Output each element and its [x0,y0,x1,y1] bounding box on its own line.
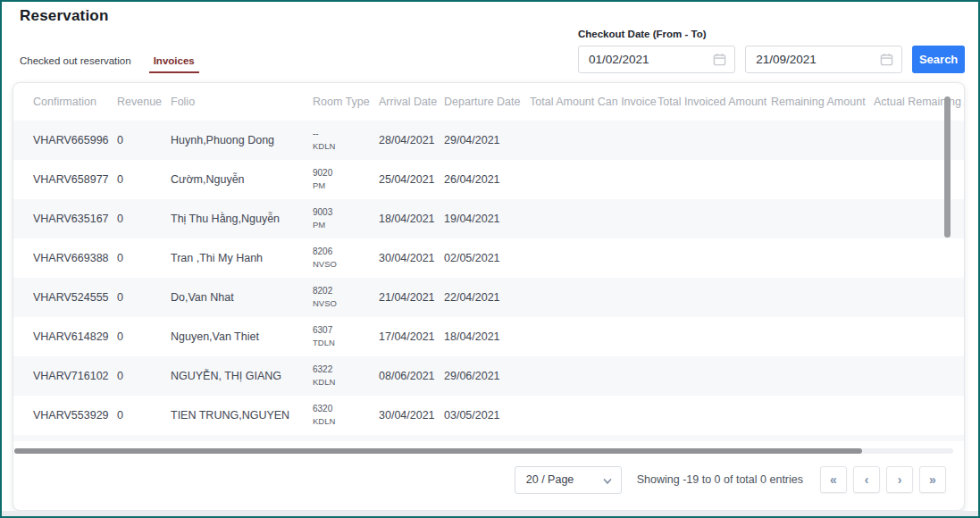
room-number: 6307 [313,325,379,336]
cell-arrival-date: 18/04/2021 [379,199,444,238]
cell-arrival-date: 21/04/2021 [379,278,444,317]
tab-invoices[interactable]: Invoices [149,55,199,73]
date-to-field [745,46,902,73]
vertical-scrollbar[interactable] [944,96,951,238]
table-row[interactable]: VHARV716102 0 NGUYỄN, THỊ GIANG 6322 KDL… [13,356,964,396]
page-size-select[interactable]: 20 / Page [515,466,622,494]
cell-total-amount-can-invoice [530,238,658,278]
cell-departure-date: 02/05/2021 [444,238,530,278]
table-row[interactable]: VHARV669388 0 Tran ,Thi My Hanh 8206 NVS… [13,238,964,278]
cell-total-amount-can-invoice [530,160,658,199]
cell-room-type: 9003 PM [313,199,379,238]
cell-room-type: -- KDLN [313,121,379,160]
page-size-value: 20 / Page [526,473,574,486]
table-row[interactable]: VHARV553929 0 TIEN TRUNG,NGUYEN 6320 KDL… [13,396,964,435]
checkout-date-filter: Checkout Date (From - To) Search [578,29,965,73]
cell-revenue: 0 [117,199,171,238]
calendar-icon[interactable] [713,53,726,66]
reservation-window: Reservation Checked out reservation Invo… [0,0,980,518]
cell-folio: Nguyen,Van Thiet [171,317,313,356]
room-type-code: TDLN [313,338,379,348]
window-bottom-strip [2,511,978,518]
table-row[interactable]: VHARV635167 0 Thị Thu Hằng,Nguyễn 9003 P… [13,199,964,238]
cell-departure-date: 29/06/2021 [444,356,530,396]
date-to-input[interactable] [746,46,901,72]
cell-departure-date: 19/04/2021 [444,199,530,238]
col-arrival-date: Arrival Date [379,83,444,121]
cell-remaining-amount [771,317,874,356]
room-number: -- [313,129,379,139]
horizontal-scrollbar-track[interactable] [14,448,953,454]
calendar-icon[interactable] [880,53,893,66]
cell-confirmation: VHARV665996 [13,121,117,160]
cell-total-amount-can-invoice [530,121,658,160]
room-number: 6320 [313,404,379,414]
cell-folio: Do,Van Nhat [171,278,313,317]
cell-arrival-date: 25/04/2021 [379,160,444,199]
table-body: VHARV665996 0 Huynh,Phuong Dong -- KDLN … [13,121,964,435]
room-type-code: KDLN [313,377,379,388]
cell-actual-remaining-amount [874,278,964,317]
search-button[interactable]: Search [912,46,965,73]
cell-room-type: 8202 NVSO [313,278,379,317]
cell-folio: Cườm,Nguyễn [171,160,313,199]
cell-confirmation: VHARV553929 [13,396,117,435]
cell-revenue: 0 [117,356,171,396]
cell-total-amount-can-invoice [530,278,658,317]
cell-folio: NGUYỄN, THỊ GIANG [171,356,313,396]
first-page-button[interactable]: « [820,466,847,493]
date-from-input[interactable] [579,46,734,72]
cell-departure-date: 22/04/2021 [444,278,530,317]
cell-total-amount-can-invoice [530,356,658,396]
pagination-buttons: « ‹ › » [820,466,946,493]
table-row[interactable]: VHARV614829 0 Nguyen,Van Thiet 6307 TDLN… [13,317,964,356]
pagination-summary: Showing -19 to 0 of total 0 entries [637,473,803,486]
table-row[interactable]: VHARV665996 0 Huynh,Phuong Dong -- KDLN … [13,121,964,160]
cell-arrival-date: 28/04/2021 [379,121,444,160]
chevron-down-icon [603,477,612,486]
col-room-type: Room Type [313,83,379,121]
cell-revenue: 0 [117,238,171,278]
cell-actual-remaining-amount [874,317,964,356]
cell-total-invoiced-amount [658,121,771,160]
room-type-code: KDLN [313,141,379,152]
horizontal-scrollbar[interactable] [14,448,862,454]
cell-confirmation: VHARV669388 [13,238,117,278]
last-page-button[interactable]: » [919,466,946,493]
cell-room-type: 8206 NVSO [313,238,379,278]
next-page-button[interactable]: › [886,466,913,493]
cell-folio: Tran ,Thi My Hanh [171,238,313,278]
room-number: 9003 [313,207,379,218]
cell-remaining-amount [771,396,874,435]
cell-departure-date: 26/04/2021 [444,160,530,199]
tab-checked-out-reservation[interactable]: Checked out reservation [20,55,131,73]
cell-actual-remaining-amount [874,238,964,278]
cell-room-type: 6322 KDLN [313,356,379,396]
cell-total-invoiced-amount [658,396,771,435]
cell-arrival-date: 08/06/2021 [379,356,444,396]
cell-revenue: 0 [117,160,171,199]
tab-bar: Checked out reservation Invoices [20,55,199,73]
cell-total-invoiced-amount [658,278,771,317]
cell-arrival-date: 17/04/2021 [379,317,444,356]
cell-remaining-amount [771,199,874,238]
invoices-table-card: Confirmation Revenue Folio Room Type Arr… [13,82,965,511]
table-scroll-area[interactable]: Confirmation Revenue Folio Room Type Arr… [13,83,964,447]
cell-remaining-amount [771,160,874,199]
prev-page-button[interactable]: ‹ [853,466,880,493]
table-row[interactable]: VHARV524555 0 Do,Van Nhat 8202 NVSO 21/0… [13,278,964,317]
room-type-code: KDLN [313,416,379,427]
invoices-table: Confirmation Revenue Folio Room Type Arr… [13,83,964,435]
date-from-field [578,46,735,73]
cell-departure-date: 03/05/2021 [444,396,530,435]
cell-room-type: 6307 TDLN [313,317,379,356]
partial-next-row [13,435,964,441]
table-row[interactable]: VHARV658977 0 Cườm,Nguyễn 9020 PM 25/04/… [13,160,964,199]
cell-total-invoiced-amount [658,317,771,356]
cell-departure-date: 18/04/2021 [444,317,530,356]
cell-revenue: 0 [117,317,171,356]
cell-remaining-amount [771,278,874,317]
room-number: 9020 [313,168,379,179]
col-departure-date: Departure Date [444,83,530,121]
cell-arrival-date: 30/04/2021 [379,238,444,278]
